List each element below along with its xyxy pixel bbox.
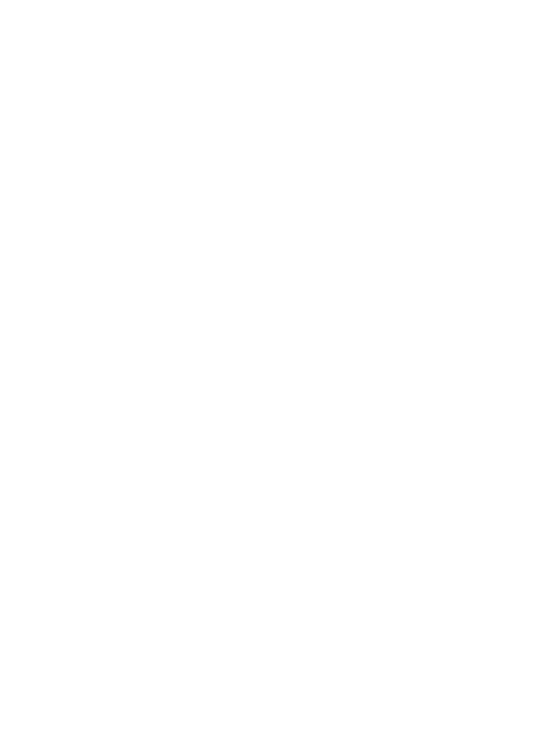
- flowchart-diagram: SYSTEM RESET 600 EARLY SYSTEM INITIALIZA…: [0, 0, 534, 756]
- svg-rect-38: [0, 0, 534, 756]
